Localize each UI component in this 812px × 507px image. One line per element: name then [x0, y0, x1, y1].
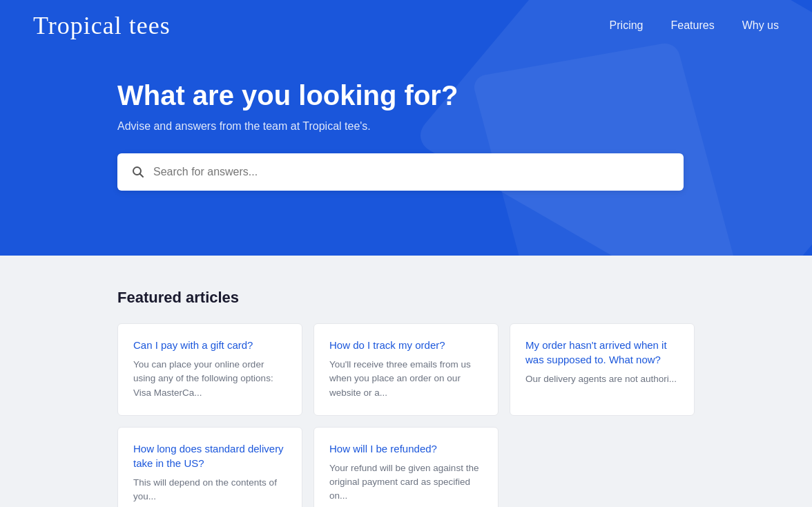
article-card-gift-card[interactable]: Can I pay with a gift card? You can plac…: [117, 323, 302, 416]
article-card-track-order[interactable]: How do I track my order? You'll receive …: [313, 323, 499, 416]
search-icon: [131, 165, 145, 179]
featured-articles-title: Featured articles: [117, 289, 695, 307]
nav-link-features[interactable]: Features: [671, 19, 715, 31]
nav-item-features[interactable]: Features: [671, 19, 715, 32]
article-excerpt: This will depend on the contents of you.…: [133, 476, 287, 504]
article-excerpt: Our delivery agents are not authori...: [525, 372, 679, 386]
article-title: Can I pay with a gift card?: [133, 338, 287, 352]
nav-link-why-us[interactable]: Why us: [742, 19, 779, 31]
article-card-delivery-time[interactable]: How long does standard delivery take in …: [117, 427, 302, 507]
nav-link-pricing[interactable]: Pricing: [610, 19, 644, 31]
article-excerpt: You can place your online order using an…: [133, 358, 287, 400]
article-title: How long does standard delivery take in …: [133, 441, 287, 470]
article-card-refund[interactable]: How will I be refunded? Your refund will…: [313, 427, 499, 507]
nav-item-why-us[interactable]: Why us: [742, 19, 779, 32]
article-card-not-arrived[interactable]: My order hasn't arrived when it was supp…: [510, 323, 695, 416]
hero-subtitle: Advise and answers from the team at Trop…: [117, 120, 779, 133]
nav-item-pricing[interactable]: Pricing: [610, 19, 644, 32]
article-excerpt: You'll receive three emails from us when…: [329, 358, 483, 400]
empty-cell: [510, 427, 695, 507]
search-input[interactable]: [153, 166, 670, 178]
navbar: Tropical tees Pricing Features Why us: [0, 0, 812, 51]
article-excerpt: Your refund will be given against the or…: [329, 461, 483, 504]
article-title: How will I be refunded?: [329, 441, 483, 456]
search-bar: [117, 153, 684, 191]
article-title: How do I track my order?: [329, 338, 483, 352]
hero-section: Tropical tees Pricing Features Why us Wh…: [0, 0, 812, 256]
logo[interactable]: Tropical tees: [33, 11, 171, 40]
hero-content: What are you looking for? Advise and ans…: [0, 51, 812, 191]
main-content: Featured articles Can I pay with a gift …: [0, 256, 812, 507]
article-title: My order hasn't arrived when it was supp…: [525, 338, 679, 367]
svg-line-1: [140, 174, 144, 178]
articles-grid: Can I pay with a gift card? You can plac…: [117, 323, 695, 507]
nav-links: Pricing Features Why us: [610, 19, 779, 32]
hero-title: What are you looking for?: [117, 79, 779, 112]
